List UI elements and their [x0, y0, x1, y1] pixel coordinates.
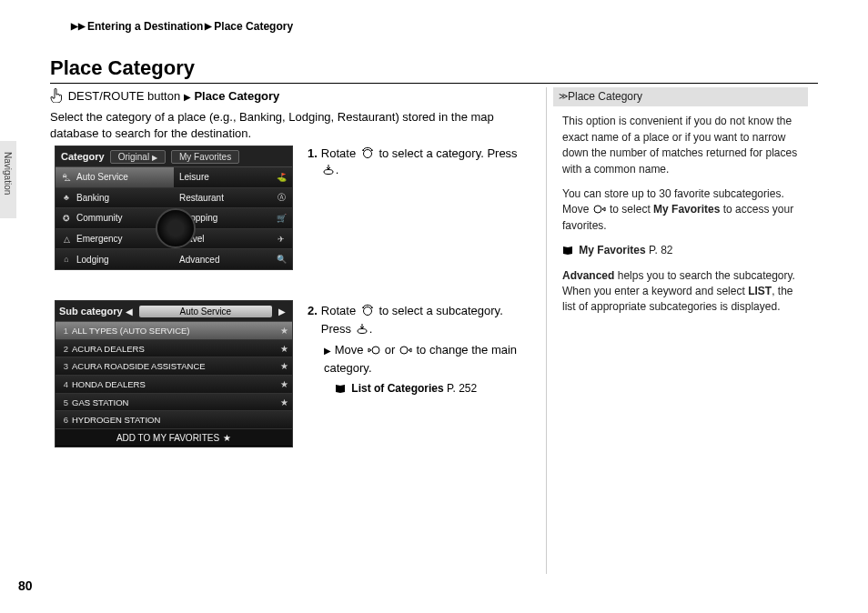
svg-point-2	[363, 307, 371, 316]
star-icon: ★	[279, 397, 288, 407]
tips-column: ≫Place Category This option is convenien…	[553, 87, 808, 325]
move-right-icon	[399, 345, 412, 356]
book-icon	[335, 384, 346, 394]
category-icon: ✈	[276, 235, 287, 244]
dial-icon	[156, 208, 196, 248]
ss2-row: 3ACURA ROADSIDE ASSISTANCE★	[56, 357, 292, 376]
breadcrumb-arrow-icon: ▶▶	[71, 21, 86, 31]
ss2-row: 6HYDROGEN STATION	[56, 411, 292, 429]
category-icon: 🔍	[276, 255, 287, 264]
ss1-header-label: Category	[61, 151, 105, 162]
star-icon: ★	[279, 379, 288, 389]
tips-paragraph: You can store up to 30 favorite subcateg…	[562, 186, 808, 234]
press-dial-icon	[322, 163, 335, 176]
step-reference: List of Categories P. 252	[335, 380, 535, 397]
step-number: 1.	[308, 146, 318, 178]
ss2-row: 2ACURA DEALERS★	[56, 340, 292, 358]
ss1-item: ♣Banking	[56, 188, 174, 209]
ss1-item: Leisure⛳	[174, 167, 292, 188]
ss1-item: ⌂Lodging	[56, 249, 174, 270]
svg-point-5	[400, 347, 408, 354]
category-icon: ⛍	[61, 173, 72, 182]
ss1-tab-favorites: My Favorites	[171, 150, 239, 164]
page-number: 80	[18, 578, 33, 593]
category-screen: Category Original ▶ My Favorites ⛍Auto S…	[55, 146, 293, 270]
svg-point-1	[324, 170, 333, 175]
ss1-item: ⛍Auto Service	[56, 167, 174, 188]
page-title: Place Category	[50, 56, 818, 84]
ss2-footer: ADD TO MY FAVORITES ★	[56, 429, 292, 446]
step-2: 2. Rotate to select a subcategory. Press…	[308, 302, 535, 397]
ss1-item: RestaurantⒶ	[174, 188, 292, 209]
star-icon: ★	[279, 361, 288, 371]
intro-description: Select the category of a place (e.g., Ba…	[50, 109, 532, 142]
subcategory-screen: Sub category ◀ Auto Service ▶ 1ALL TYPES…	[55, 300, 293, 447]
triangle-right-icon: ▶	[324, 346, 331, 356]
ss1-tab-original: Original ▶	[110, 150, 166, 164]
rotate-dial-icon	[360, 146, 375, 159]
category-icon: Ⓐ	[276, 192, 287, 204]
ss1-item: Advanced🔍	[174, 249, 292, 270]
move-right-icon	[593, 204, 606, 215]
hand-icon	[50, 88, 62, 103]
star-icon: ★	[279, 326, 288, 336]
ss2-header-label: Sub category	[59, 306, 123, 317]
triangle-right-icon: ▶	[184, 92, 191, 102]
right-arrow-icon: ▶	[276, 306, 288, 317]
star-icon: ★	[279, 344, 288, 354]
column-divider	[546, 87, 547, 574]
tips-paragraph: Advanced helps you to search the subcate…	[562, 268, 808, 316]
intro-prefix: DEST/ROUTE button	[68, 89, 181, 103]
tips-header: ≫Place Category	[553, 87, 808, 106]
step-number: 2.	[308, 302, 318, 337]
double-triangle-icon: ≫	[559, 91, 565, 101]
category-icon: ⌂	[61, 255, 72, 264]
svg-point-4	[372, 347, 379, 354]
svg-point-6	[594, 206, 601, 213]
ss2-row: 4HONDA DEALERS★	[56, 376, 292, 394]
ss2-row: 5GAS STATION★	[56, 394, 292, 412]
category-icon: ✪	[61, 214, 72, 223]
breadcrumb-part1: Entering a Destination	[87, 20, 203, 33]
tips-reference: My Favorites P. 82	[562, 243, 808, 258]
category-icon: 🛒	[276, 214, 287, 223]
operation-path: DEST/ROUTE button ▶ Place Category	[50, 88, 279, 103]
ss2-center-tab: Auto Service	[139, 306, 272, 317]
svg-point-3	[358, 328, 367, 333]
breadcrumb-arrow-icon: ▶	[205, 21, 212, 31]
rotate-dial-icon	[360, 304, 375, 317]
book-icon	[562, 246, 573, 256]
tips-paragraph: This option is convenient if you do not …	[562, 114, 808, 177]
left-arrow-icon: ◀	[123, 306, 136, 317]
chapter-tab-label: Navigation	[3, 152, 13, 195]
svg-point-0	[363, 150, 371, 158]
step-1: 1. Rotate to select a category. Press .	[308, 146, 535, 180]
star-icon: ★	[223, 433, 231, 443]
category-icon: ⛳	[276, 173, 287, 182]
ss2-row: 1ALL TYPES (AUTO SERVICE)★	[56, 322, 292, 340]
move-left-icon	[368, 345, 380, 356]
intro-suffix: Place Category	[194, 89, 279, 103]
chapter-tab: Navigation	[0, 141, 16, 218]
press-dial-icon	[356, 322, 368, 335]
breadcrumb-part2: Place Category	[214, 20, 293, 33]
category-icon: ♣	[61, 193, 72, 202]
category-icon: △	[61, 235, 72, 244]
breadcrumb: ▶▶Entering a Destination▶Place Category	[71, 20, 293, 33]
